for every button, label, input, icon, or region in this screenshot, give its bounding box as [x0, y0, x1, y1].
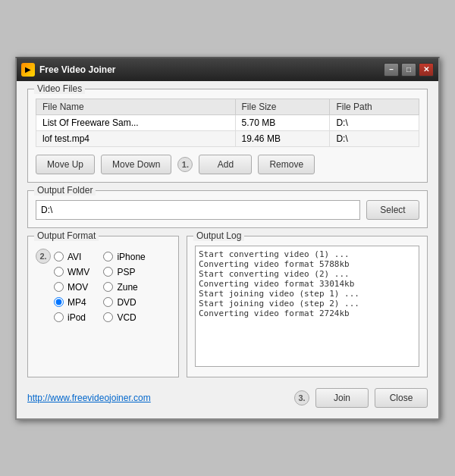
- output-folder-row: Select: [36, 200, 419, 220]
- radio-mov-label: MOV: [67, 282, 88, 293]
- radio-vcd[interactable]: VCD: [103, 312, 145, 323]
- step-3-badge: 3.: [294, 390, 309, 406]
- maximize-button[interactable]: □: [401, 63, 416, 77]
- select-button[interactable]: Select: [366, 200, 419, 220]
- radio-zune-label: Zune: [117, 282, 137, 293]
- radio-ipod[interactable]: iPod: [54, 312, 96, 323]
- radio-zune[interactable]: Zune: [103, 282, 145, 293]
- window-body: Video Files File Name File Size File Pat…: [17, 81, 438, 418]
- col-filepath: File Path: [330, 99, 419, 114]
- window-controls: – □ ✕: [384, 63, 434, 77]
- radio-dvd[interactable]: DVD: [103, 297, 145, 308]
- output-format-group: Output Format 2. AVI iPhone: [27, 236, 179, 377]
- output-log-group: Output Log Start converting video (1) ..…: [187, 236, 428, 377]
- radio-vcd-input[interactable]: [103, 312, 113, 322]
- radio-mov[interactable]: MOV: [54, 282, 96, 293]
- footer: http://www.freevideojoiner.com 3. Join C…: [27, 385, 428, 408]
- radio-psp-input[interactable]: [103, 267, 113, 277]
- radio-mp4[interactable]: MP4: [54, 297, 96, 308]
- window-title: Free Video Joiner: [39, 64, 115, 75]
- website-link[interactable]: http://www.freevideojoiner.com: [27, 393, 151, 403]
- table-row[interactable]: List Of Freeware Sam... 5.70 MB D:\: [36, 114, 419, 130]
- radio-psp[interactable]: PSP: [103, 267, 145, 277]
- output-log-textarea[interactable]: Start converting video (1) ... Convertin…: [195, 246, 419, 367]
- cell-size-1: 5.70 MB: [235, 114, 330, 130]
- step-1-badge: 1.: [177, 157, 193, 172]
- folder-path-input[interactable]: [36, 200, 360, 220]
- title-bar-left: ▶ Free Video Joiner: [21, 63, 115, 77]
- cell-name-2: lof test.mp4: [36, 130, 236, 146]
- radio-dvd-input[interactable]: [103, 297, 113, 307]
- radio-dvd-label: DVD: [117, 297, 136, 308]
- radio-avi-label: AVI: [67, 252, 81, 262]
- remove-button[interactable]: Remove: [258, 155, 315, 174]
- radio-iphone[interactable]: iPhone: [103, 252, 145, 262]
- close-window-button[interactable]: ✕: [419, 63, 434, 77]
- file-action-buttons: Move Up Move Down 1. Add Remove: [36, 155, 419, 174]
- output-format-label: Output Format: [34, 230, 99, 241]
- minimize-button[interactable]: –: [384, 63, 399, 77]
- main-window: ▶ Free Video Joiner – □ ✕ Video Files Fi…: [15, 57, 440, 420]
- app-icon: ▶: [21, 63, 35, 77]
- radio-mp4-label: MP4: [67, 297, 86, 308]
- cell-name-1: List Of Freeware Sam...: [36, 114, 236, 130]
- col-filesize: File Size: [235, 99, 330, 114]
- radio-mov-input[interactable]: [54, 282, 64, 292]
- add-button[interactable]: Add: [199, 155, 252, 174]
- radio-ipod-label: iPod: [67, 312, 86, 323]
- radio-avi[interactable]: AVI: [54, 252, 96, 262]
- step-2-badge: 2.: [36, 249, 51, 264]
- file-table: File Name File Size File Path List Of Fr…: [36, 99, 419, 147]
- close-button[interactable]: Close: [375, 388, 428, 408]
- radio-psp-label: PSP: [117, 267, 135, 277]
- video-files-label: Video Files: [34, 83, 85, 94]
- radio-avi-input[interactable]: [54, 252, 64, 261]
- output-folder-label: Output Folder: [34, 185, 96, 196]
- move-down-button[interactable]: Move Down: [101, 155, 171, 174]
- table-row[interactable]: lof test.mp4 19.46 MB D:\: [36, 130, 419, 146]
- col-filename: File Name: [36, 99, 236, 114]
- move-up-button[interactable]: Move Up: [36, 155, 95, 174]
- output-log-label: Output Log: [193, 230, 244, 241]
- radio-zune-input[interactable]: [103, 282, 113, 292]
- radio-mp4-input[interactable]: [54, 297, 64, 307]
- radio-wmv-label: WMV: [67, 267, 89, 277]
- cell-path-1: D:\: [330, 114, 419, 130]
- radio-vcd-label: VCD: [117, 312, 136, 323]
- output-folder-group: Output Folder Select: [27, 190, 428, 228]
- cell-path-2: D:\: [330, 130, 419, 146]
- radio-ipod-input[interactable]: [54, 312, 64, 322]
- join-button[interactable]: Join: [315, 388, 369, 408]
- radio-iphone-input[interactable]: [103, 252, 113, 261]
- video-files-group: Video Files File Name File Size File Pat…: [27, 89, 428, 183]
- bottom-section: Output Format 2. AVI iPhone: [27, 236, 428, 377]
- radio-wmv-input[interactable]: [54, 267, 64, 277]
- title-bar: ▶ Free Video Joiner – □ ✕: [17, 58, 438, 81]
- radio-iphone-label: iPhone: [117, 252, 145, 262]
- footer-buttons: 3. Join Close: [294, 388, 428, 408]
- cell-size-2: 19.46 MB: [235, 130, 330, 146]
- radio-wmv[interactable]: WMV: [54, 267, 96, 277]
- format-options: AVI iPhone WMV PSP: [54, 252, 146, 323]
